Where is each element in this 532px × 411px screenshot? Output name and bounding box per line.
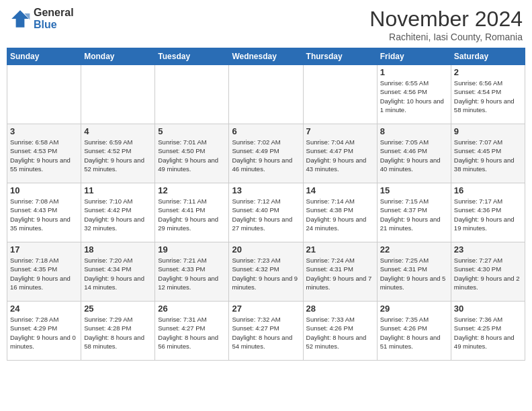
day-info: Sunrise: 7:21 AM Sunset: 4:33 PM Dayligh… xyxy=(158,256,226,291)
day-number: 16 xyxy=(454,185,522,195)
calendar-cell: 27Sunrise: 7:32 AM Sunset: 4:27 PM Dayli… xyxy=(229,302,303,361)
weekday-header-tuesday: Tuesday xyxy=(155,48,229,65)
calendar-cell: 6Sunrise: 7:02 AM Sunset: 4:49 PM Daylig… xyxy=(229,124,303,183)
day-info: Sunrise: 7:31 AM Sunset: 4:27 PM Dayligh… xyxy=(158,315,226,351)
calendar-cell: 12Sunrise: 7:11 AM Sunset: 4:41 PM Dayli… xyxy=(155,183,229,242)
day-number: 12 xyxy=(158,185,226,195)
calendar-cell: 28Sunrise: 7:33 AM Sunset: 4:26 PM Dayli… xyxy=(303,302,377,361)
calendar-cell: 11Sunrise: 7:10 AM Sunset: 4:42 PM Dayli… xyxy=(81,183,155,242)
weekday-header-sunday: Sunday xyxy=(7,48,81,65)
day-number: 3 xyxy=(10,126,78,136)
day-number: 8 xyxy=(380,126,448,136)
day-info: Sunrise: 7:08 AM Sunset: 4:43 PM Dayligh… xyxy=(10,197,78,232)
day-number: 1 xyxy=(380,67,448,77)
weekday-header-row: SundayMondayTuesdayWednesdayThursdayFrid… xyxy=(7,48,525,65)
day-info: Sunrise: 7:18 AM Sunset: 4:35 PM Dayligh… xyxy=(10,256,78,291)
day-number: 17 xyxy=(10,244,78,255)
calendar-cell xyxy=(7,65,81,124)
day-info: Sunrise: 7:36 AM Sunset: 4:25 PM Dayligh… xyxy=(454,315,522,351)
calendar-cell: 9Sunrise: 7:07 AM Sunset: 4:45 PM Daylig… xyxy=(451,124,525,183)
logo: General Blue xyxy=(9,7,74,30)
day-info: Sunrise: 7:32 AM Sunset: 4:27 PM Dayligh… xyxy=(232,315,300,351)
day-info: Sunrise: 6:59 AM Sunset: 4:52 PM Dayligh… xyxy=(84,138,152,173)
day-number: 15 xyxy=(380,185,448,195)
calendar-cell: 18Sunrise: 7:20 AM Sunset: 4:34 PM Dayli… xyxy=(81,242,155,302)
day-info: Sunrise: 7:10 AM Sunset: 4:42 PM Dayligh… xyxy=(84,197,152,232)
calendar-cell: 7Sunrise: 7:04 AM Sunset: 4:47 PM Daylig… xyxy=(303,124,377,183)
calendar-cell: 13Sunrise: 7:12 AM Sunset: 4:40 PM Dayli… xyxy=(229,183,303,242)
day-number: 22 xyxy=(380,244,448,255)
day-info: Sunrise: 7:14 AM Sunset: 4:38 PM Dayligh… xyxy=(306,197,374,232)
day-info: Sunrise: 7:27 AM Sunset: 4:30 PM Dayligh… xyxy=(454,256,522,291)
day-info: Sunrise: 6:58 AM Sunset: 4:53 PM Dayligh… xyxy=(10,138,78,173)
page-header: General Blue November 2024 Rachiteni, Ia… xyxy=(7,7,525,42)
day-number: 21 xyxy=(306,244,374,255)
calendar-cell xyxy=(229,65,303,124)
day-info: Sunrise: 7:01 AM Sunset: 4:50 PM Dayligh… xyxy=(158,138,226,173)
calendar-title: November 2024 xyxy=(369,7,523,32)
day-info: Sunrise: 7:12 AM Sunset: 4:40 PM Dayligh… xyxy=(232,197,300,232)
weekday-header-thursday: Thursday xyxy=(303,48,377,65)
weekday-header-monday: Monday xyxy=(81,48,155,65)
day-info: Sunrise: 7:24 AM Sunset: 4:31 PM Dayligh… xyxy=(306,256,374,291)
calendar-week-4: 17Sunrise: 7:18 AM Sunset: 4:35 PM Dayli… xyxy=(7,242,525,302)
day-number: 29 xyxy=(380,304,448,314)
calendar-cell xyxy=(303,65,377,124)
calendar-table: SundayMondayTuesdayWednesdayThursdayFrid… xyxy=(7,48,525,361)
day-number: 19 xyxy=(158,244,226,255)
day-number: 11 xyxy=(84,185,152,195)
calendar-cell xyxy=(155,65,229,124)
calendar-week-2: 3Sunrise: 6:58 AM Sunset: 4:53 PM Daylig… xyxy=(7,124,525,183)
day-info: Sunrise: 6:56 AM Sunset: 4:54 PM Dayligh… xyxy=(454,79,522,114)
day-info: Sunrise: 7:17 AM Sunset: 4:36 PM Dayligh… xyxy=(454,197,522,232)
day-number: 2 xyxy=(454,67,522,77)
calendar-week-5: 24Sunrise: 7:28 AM Sunset: 4:29 PM Dayli… xyxy=(7,302,525,361)
day-info: Sunrise: 6:55 AM Sunset: 4:56 PM Dayligh… xyxy=(380,79,448,114)
day-info: Sunrise: 7:29 AM Sunset: 4:28 PM Dayligh… xyxy=(84,315,152,351)
day-info: Sunrise: 7:02 AM Sunset: 4:49 PM Dayligh… xyxy=(232,138,300,173)
calendar-cell: 14Sunrise: 7:14 AM Sunset: 4:38 PM Dayli… xyxy=(303,183,377,242)
calendar-cell: 2Sunrise: 6:56 AM Sunset: 4:54 PM Daylig… xyxy=(451,65,525,124)
calendar-cell: 4Sunrise: 6:59 AM Sunset: 4:52 PM Daylig… xyxy=(81,124,155,183)
day-info: Sunrise: 7:33 AM Sunset: 4:26 PM Dayligh… xyxy=(306,315,374,351)
calendar-cell xyxy=(81,65,155,124)
calendar-week-1: 1Sunrise: 6:55 AM Sunset: 4:56 PM Daylig… xyxy=(7,65,525,124)
day-number: 4 xyxy=(84,126,152,136)
day-number: 30 xyxy=(454,304,522,314)
day-number: 26 xyxy=(158,304,226,314)
calendar-subtitle: Rachiteni, Iasi County, Romania xyxy=(369,32,523,42)
day-number: 24 xyxy=(10,304,78,314)
logo-general-text: General xyxy=(34,7,74,19)
calendar-cell: 25Sunrise: 7:29 AM Sunset: 4:28 PM Dayli… xyxy=(81,302,155,361)
weekday-header-friday: Friday xyxy=(377,48,451,65)
day-info: Sunrise: 7:07 AM Sunset: 4:45 PM Dayligh… xyxy=(454,138,522,173)
day-info: Sunrise: 7:05 AM Sunset: 4:46 PM Dayligh… xyxy=(380,138,448,173)
day-info: Sunrise: 7:15 AM Sunset: 4:37 PM Dayligh… xyxy=(380,197,448,232)
day-number: 14 xyxy=(306,185,374,195)
day-info: Sunrise: 7:11 AM Sunset: 4:41 PM Dayligh… xyxy=(158,197,226,232)
calendar-cell: 29Sunrise: 7:35 AM Sunset: 4:26 PM Dayli… xyxy=(377,302,451,361)
day-info: Sunrise: 7:23 AM Sunset: 4:32 PM Dayligh… xyxy=(232,256,300,291)
calendar-cell: 30Sunrise: 7:36 AM Sunset: 4:25 PM Dayli… xyxy=(451,302,525,361)
day-info: Sunrise: 7:28 AM Sunset: 4:29 PM Dayligh… xyxy=(10,315,78,351)
calendar-cell: 8Sunrise: 7:05 AM Sunset: 4:46 PM Daylig… xyxy=(377,124,451,183)
svg-marker-0 xyxy=(11,10,29,28)
day-number: 6 xyxy=(232,126,300,136)
calendar-cell: 1Sunrise: 6:55 AM Sunset: 4:56 PM Daylig… xyxy=(377,65,451,124)
day-number: 20 xyxy=(232,244,300,255)
day-info: Sunrise: 7:20 AM Sunset: 4:34 PM Dayligh… xyxy=(84,256,152,291)
day-number: 25 xyxy=(84,304,152,314)
day-number: 23 xyxy=(454,244,522,255)
calendar-cell: 22Sunrise: 7:25 AM Sunset: 4:31 PM Dayli… xyxy=(377,242,451,302)
day-number: 5 xyxy=(158,126,226,136)
calendar-cell: 19Sunrise: 7:21 AM Sunset: 4:33 PM Dayli… xyxy=(155,242,229,302)
day-number: 10 xyxy=(10,185,78,195)
calendar-cell: 21Sunrise: 7:24 AM Sunset: 4:31 PM Dayli… xyxy=(303,242,377,302)
day-number: 27 xyxy=(232,304,300,314)
calendar-cell: 20Sunrise: 7:23 AM Sunset: 4:32 PM Dayli… xyxy=(229,242,303,302)
calendar-cell: 16Sunrise: 7:17 AM Sunset: 4:36 PM Dayli… xyxy=(451,183,525,242)
day-number: 28 xyxy=(306,304,374,314)
calendar-cell: 10Sunrise: 7:08 AM Sunset: 4:43 PM Dayli… xyxy=(7,183,81,242)
calendar-cell: 26Sunrise: 7:31 AM Sunset: 4:27 PM Dayli… xyxy=(155,302,229,361)
title-block: November 2024 Rachiteni, Iasi County, Ro… xyxy=(369,7,523,42)
